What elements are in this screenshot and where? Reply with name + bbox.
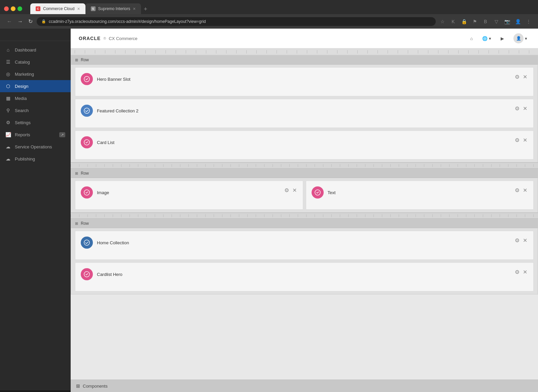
reload-button[interactable]: ↻ [27, 17, 34, 26]
sidebar-item-service-operations[interactable]: ☁ Service Operations [0, 141, 71, 153]
tab-close-cc[interactable]: × [77, 6, 80, 11]
minimize-button[interactable] [11, 6, 15, 11]
row-section-1: ⊞ Row Hero Banner Slo [71, 55, 538, 163]
image-widget-actions: ⚙ ✕ [284, 186, 297, 194]
row-label-1: Row [81, 58, 89, 62]
ext-lock-icon[interactable]: 🔒 [460, 17, 468, 26]
text-settings-button[interactable]: ⚙ [514, 186, 520, 194]
widget-cardlist-hero: Cardlist Hero ⚙ ✕ [75, 262, 534, 291]
image-settings-button[interactable]: ⚙ [284, 186, 290, 194]
home-header-button[interactable]: ⌂ [468, 34, 476, 43]
row-section-2: ⊞ Row Image [71, 169, 538, 213]
svg-point-5 [84, 240, 89, 245]
ext-cam-icon[interactable]: 📷 [503, 17, 511, 26]
new-tab-button[interactable]: + [141, 4, 150, 14]
cardlist-hero-settings-button[interactable]: ⚙ [514, 268, 520, 276]
oracle-logo: ORACLE ® CX Commerce [79, 36, 137, 41]
featured-collection-actions: ⚙ ✕ [514, 105, 528, 112]
sidebar-label-search: Search [15, 108, 29, 113]
sidebar-label-design: Design [15, 84, 28, 89]
sidebar-item-marketing[interactable]: ◎ Marketing [0, 68, 71, 80]
featured-collection-settings-button[interactable]: ⚙ [514, 105, 520, 112]
tabs-bar: C Commerce Cloud × S Supremo Interiors ×… [30, 3, 150, 14]
text-widget-actions: ⚙ ✕ [514, 186, 528, 194]
cardlist-hero-actions: ⚙ ✕ [514, 268, 528, 276]
ext-b-icon[interactable]: B [481, 17, 490, 26]
row-icon-3: ⊞ [75, 221, 78, 226]
ext-chevron-icon[interactable]: ▽ [492, 17, 500, 26]
text-widget-icon [312, 186, 324, 199]
reports-badge: ↗ [59, 132, 65, 137]
cardlist-hero-remove-button[interactable]: ✕ [522, 268, 528, 276]
sidebar-item-publishing[interactable]: ☁ Publishing [0, 153, 71, 165]
sidebar-item-media[interactable]: ▦ Media [0, 92, 71, 104]
widget-text: Text ⚙ ✕ [306, 181, 534, 210]
sidebar-item-search[interactable]: ⚲ Search [0, 104, 71, 116]
card-list-remove-button[interactable]: ✕ [522, 136, 528, 144]
tab-close-supremo[interactable]: × [133, 6, 136, 11]
row-label-2: Row [81, 171, 89, 176]
row-content-2: Image ⚙ ✕ [71, 178, 538, 212]
address-text: ccadmin-z7ya.oracleoutsourcing.com/occs-… [49, 19, 431, 24]
home-collection-name: Home Collection [97, 240, 129, 245]
user-menu-button[interactable]: 👤 ▾ [511, 31, 530, 45]
ruler-ticks [75, 50, 534, 54]
sidebar-label-service-ops: Service Operations [15, 144, 52, 149]
widget-cl-left: Card List [81, 136, 114, 148]
tab-supremo[interactable]: S Supremo Interiors × [85, 3, 141, 14]
content-bottom-spacer [71, 294, 538, 315]
sidebar-item-design[interactable]: ⬡ Design [0, 80, 71, 92]
text-remove-button[interactable]: ✕ [522, 186, 528, 194]
address-bar[interactable]: 🔒 ccadmin-z7ya.oracleoutsourcing.com/occ… [37, 17, 436, 26]
forward-button[interactable]: → [16, 17, 24, 26]
card-list-actions: ⚙ ✕ [514, 136, 528, 144]
play-button[interactable]: ▶ [498, 34, 507, 43]
close-button[interactable] [4, 6, 9, 11]
app-window: ⌂ Dashboard ☰ Catalog ◎ Marketing ⬡ Desi… [0, 29, 538, 390]
image-remove-button[interactable]: ✕ [292, 186, 297, 194]
cardlist-hero-name: Cardlist Hero [97, 272, 122, 277]
bookmark-icon[interactable]: ☆ [438, 17, 446, 26]
titlebar: C Commerce Cloud × S Supremo Interiors ×… [0, 0, 538, 14]
sidebar-item-catalog[interactable]: ☰ Catalog [0, 56, 71, 68]
home-collection-remove-button[interactable]: ✕ [522, 237, 528, 244]
publishing-icon: ☁ [5, 156, 11, 162]
widget-text-left: Text [312, 186, 336, 199]
home-collection-icon [81, 237, 93, 249]
catalog-icon: ☰ [5, 59, 11, 65]
featured-collection-icon [81, 105, 93, 117]
ext-flag-icon[interactable]: ⚑ [471, 17, 479, 26]
row-2-wrapper: ⊞ Row Image [71, 169, 538, 213]
widget-image-left: Image [81, 186, 109, 199]
sidebar-label-publishing: Publishing [15, 156, 35, 162]
search-icon: ⚲ [5, 108, 11, 113]
featured-collection-remove-button[interactable]: ✕ [522, 105, 528, 112]
ext-user-icon[interactable]: 👤 [514, 17, 522, 26]
back-button[interactable]: ← [5, 17, 13, 26]
tab-commerce-cloud[interactable]: C Commerce Cloud × [30, 3, 85, 14]
hero-banner-settings-button[interactable]: ⚙ [514, 73, 520, 81]
widget-hc-left: Home Collection [81, 237, 129, 249]
widget-card-list: Card List ⚙ ✕ [75, 131, 534, 159]
language-button[interactable]: 🌐 ▾ [479, 34, 494, 43]
tab-label-supremo: Supremo Interiors [98, 6, 130, 11]
sidebar-item-dashboard[interactable]: ⌂ Dashboard [0, 44, 71, 56]
row-section-3: ⊞ Row Home Collection [71, 219, 538, 294]
hero-banner-remove-button[interactable]: ✕ [522, 73, 528, 81]
widget-home-collection: Home Collection ⚙ ✕ [75, 231, 534, 260]
ext-menu-icon[interactable]: ⋮ [525, 17, 533, 26]
sidebar-label-catalog: Catalog [15, 60, 30, 65]
card-list-settings-button[interactable]: ⚙ [514, 136, 520, 144]
home-collection-settings-button[interactable]: ⚙ [514, 237, 520, 244]
lock-icon: 🔒 [41, 19, 46, 24]
components-bar[interactable]: ⊞ Components [71, 380, 538, 392]
sidebar-item-settings[interactable]: ⚙ Settings [0, 116, 71, 129]
maximize-button[interactable] [17, 6, 22, 11]
dashboard-icon: ⌂ [5, 47, 11, 52]
sidebar-item-reports[interactable]: 📈 Reports ↗ [0, 129, 71, 141]
sidebar-label-dashboard: Dashboard [15, 47, 36, 52]
header-actions: ⌂ 🌐 ▾ ▶ 👤 ▾ [468, 31, 530, 45]
ext-k-icon[interactable]: K [449, 17, 457, 26]
hero-banner-name: Hero Banner Slot [97, 77, 131, 82]
row-header-2: ⊞ Row [71, 169, 538, 178]
